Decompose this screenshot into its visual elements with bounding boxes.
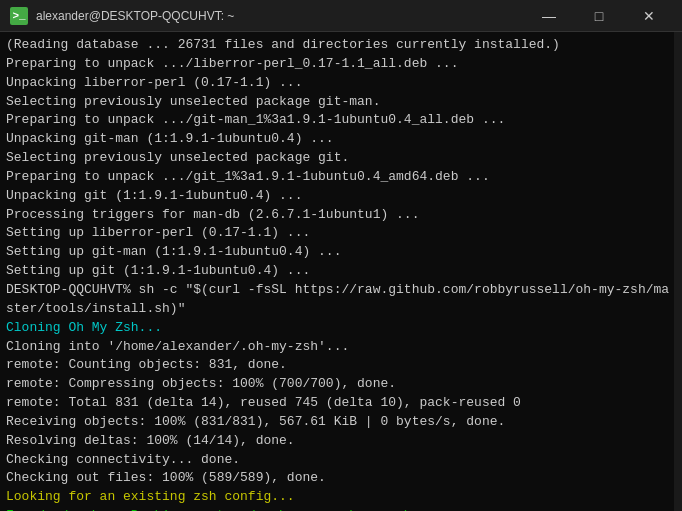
terminal-line: Selecting previously unselected package …: [6, 93, 676, 112]
terminal-line: Resolving deltas: 100% (14/14), done.: [6, 432, 676, 451]
terminal-line: (Reading database ... 26731 files and di…: [6, 36, 676, 55]
terminal-body[interactable]: (Reading database ... 26731 files and di…: [0, 32, 682, 511]
terminal-line: Setting up liberror-perl (0.17-1.1) ...: [6, 224, 676, 243]
terminal-line: Unpacking git (1:1.9.1-1ubuntu0.4) ...: [6, 187, 676, 206]
close-button[interactable]: ✕: [626, 0, 672, 32]
terminal-line: Setting up git (1:1.9.1-1ubuntu0.4) ...: [6, 262, 676, 281]
window-controls: — □ ✕: [526, 0, 672, 32]
terminal-line: remote: Counting objects: 831, done.: [6, 356, 676, 375]
minimize-button[interactable]: —: [526, 0, 572, 32]
terminal-line: Selecting previously unselected package …: [6, 149, 676, 168]
terminal-line: Looking for an existing zsh config...: [6, 488, 676, 507]
terminal-line: DESKTOP-QQCUHVT% sh -c "$(curl -fsSL htt…: [6, 281, 676, 319]
terminal-window: >_ alexander@DESKTOP-QQCUHVT: ~ — □ ✕ (R…: [0, 0, 682, 511]
terminal-output: (Reading database ... 26731 files and di…: [6, 36, 676, 511]
icon-text: >_: [12, 10, 25, 22]
terminal-line: Checking connectivity... done.: [6, 451, 676, 470]
terminal-line: Cloning into '/home/alexander/.oh-my-zsh…: [6, 338, 676, 357]
terminal-line: Cloning Oh My Zsh...: [6, 319, 676, 338]
terminal-line: Setting up git-man (1:1.9.1-1ubuntu0.4) …: [6, 243, 676, 262]
terminal-line: Unpacking liberror-perl (0.17-1.1) ...: [6, 74, 676, 93]
terminal-line: Preparing to unpack .../liberror-perl_0.…: [6, 55, 676, 74]
terminal-line: Checking out files: 100% (589/589), done…: [6, 469, 676, 488]
title-bar: >_ alexander@DESKTOP-QQCUHVT: ~ — □ ✕: [0, 0, 682, 32]
terminal-line: Unpacking git-man (1:1.9.1-1ubuntu0.4) .…: [6, 130, 676, 149]
terminal-line: remote: Total 831 (delta 14), reused 745…: [6, 394, 676, 413]
terminal-line: Receiving objects: 100% (831/831), 567.6…: [6, 413, 676, 432]
scrollbar[interactable]: [674, 32, 682, 511]
window-title: alexander@DESKTOP-QQCUHVT: ~: [36, 9, 526, 23]
terminal-line: Preparing to unpack .../git-man_1%3a1.9.…: [6, 111, 676, 130]
terminal-line: Found ~/.zshrc. Backing up to ~/.zshrc.p…: [6, 507, 676, 511]
terminal-line: Preparing to unpack .../git_1%3a1.9.1-1u…: [6, 168, 676, 187]
terminal-icon: >_: [10, 7, 28, 25]
terminal-line: Processing triggers for man-db (2.6.7.1-…: [6, 206, 676, 225]
maximize-button[interactable]: □: [576, 0, 622, 32]
terminal-line: remote: Compressing objects: 100% (700/7…: [6, 375, 676, 394]
